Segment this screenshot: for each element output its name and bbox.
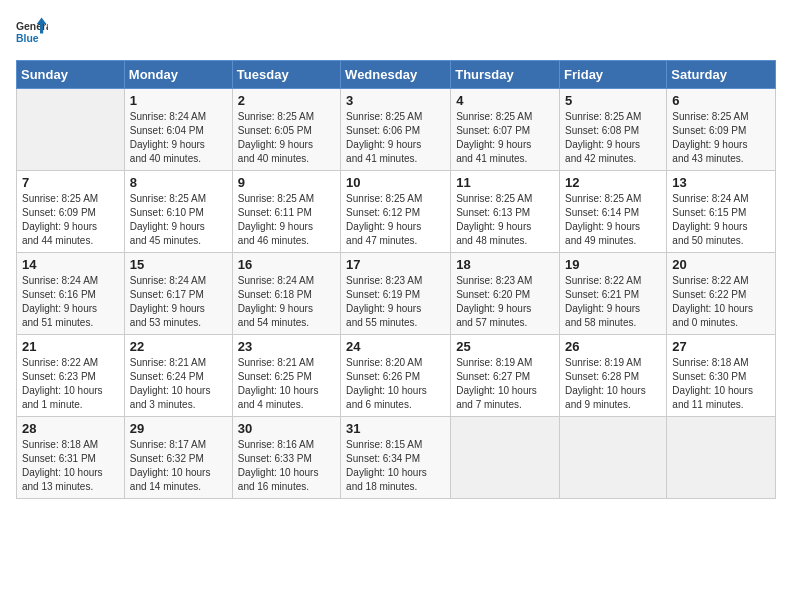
day-info: Sunrise: 8:25 AM Sunset: 6:11 PM Dayligh…: [238, 192, 335, 248]
calendar-cell: 19Sunrise: 8:22 AM Sunset: 6:21 PM Dayli…: [560, 253, 667, 335]
calendar-cell: 24Sunrise: 8:20 AM Sunset: 6:26 PM Dayli…: [341, 335, 451, 417]
day-info: Sunrise: 8:25 AM Sunset: 6:05 PM Dayligh…: [238, 110, 335, 166]
calendar-cell: 26Sunrise: 8:19 AM Sunset: 6:28 PM Dayli…: [560, 335, 667, 417]
day-number: 15: [130, 257, 227, 272]
day-info: Sunrise: 8:15 AM Sunset: 6:34 PM Dayligh…: [346, 438, 445, 494]
day-info: Sunrise: 8:19 AM Sunset: 6:28 PM Dayligh…: [565, 356, 661, 412]
day-info: Sunrise: 8:22 AM Sunset: 6:21 PM Dayligh…: [565, 274, 661, 330]
day-number: 12: [565, 175, 661, 190]
calendar-cell: [451, 417, 560, 499]
calendar-cell: 28Sunrise: 8:18 AM Sunset: 6:31 PM Dayli…: [17, 417, 125, 499]
day-info: Sunrise: 8:22 AM Sunset: 6:22 PM Dayligh…: [672, 274, 770, 330]
day-info: Sunrise: 8:18 AM Sunset: 6:30 PM Dayligh…: [672, 356, 770, 412]
day-info: Sunrise: 8:16 AM Sunset: 6:33 PM Dayligh…: [238, 438, 335, 494]
week-row-5: 28Sunrise: 8:18 AM Sunset: 6:31 PM Dayli…: [17, 417, 776, 499]
calendar-table: SundayMondayTuesdayWednesdayThursdayFrid…: [16, 60, 776, 499]
day-info: Sunrise: 8:22 AM Sunset: 6:23 PM Dayligh…: [22, 356, 119, 412]
calendar-cell: 17Sunrise: 8:23 AM Sunset: 6:19 PM Dayli…: [341, 253, 451, 335]
day-info: Sunrise: 8:25 AM Sunset: 6:10 PM Dayligh…: [130, 192, 227, 248]
day-info: Sunrise: 8:23 AM Sunset: 6:19 PM Dayligh…: [346, 274, 445, 330]
logo-icon: General Blue: [16, 16, 48, 48]
column-header-monday: Monday: [124, 61, 232, 89]
day-number: 31: [346, 421, 445, 436]
calendar-header-row: SundayMondayTuesdayWednesdayThursdayFrid…: [17, 61, 776, 89]
day-info: Sunrise: 8:19 AM Sunset: 6:27 PM Dayligh…: [456, 356, 554, 412]
calendar-cell: 9Sunrise: 8:25 AM Sunset: 6:11 PM Daylig…: [232, 171, 340, 253]
column-header-friday: Friday: [560, 61, 667, 89]
day-info: Sunrise: 8:25 AM Sunset: 6:12 PM Dayligh…: [346, 192, 445, 248]
calendar-cell: 2Sunrise: 8:25 AM Sunset: 6:05 PM Daylig…: [232, 89, 340, 171]
day-number: 4: [456, 93, 554, 108]
calendar-cell: 13Sunrise: 8:24 AM Sunset: 6:15 PM Dayli…: [667, 171, 776, 253]
week-row-1: 1Sunrise: 8:24 AM Sunset: 6:04 PM Daylig…: [17, 89, 776, 171]
column-header-sunday: Sunday: [17, 61, 125, 89]
calendar-cell: 10Sunrise: 8:25 AM Sunset: 6:12 PM Dayli…: [341, 171, 451, 253]
calendar-cell: 1Sunrise: 8:24 AM Sunset: 6:04 PM Daylig…: [124, 89, 232, 171]
day-info: Sunrise: 8:24 AM Sunset: 6:04 PM Dayligh…: [130, 110, 227, 166]
day-info: Sunrise: 8:18 AM Sunset: 6:31 PM Dayligh…: [22, 438, 119, 494]
week-row-4: 21Sunrise: 8:22 AM Sunset: 6:23 PM Dayli…: [17, 335, 776, 417]
day-number: 10: [346, 175, 445, 190]
column-header-tuesday: Tuesday: [232, 61, 340, 89]
header: General Blue: [16, 16, 776, 48]
day-info: Sunrise: 8:25 AM Sunset: 6:13 PM Dayligh…: [456, 192, 554, 248]
calendar-cell: 3Sunrise: 8:25 AM Sunset: 6:06 PM Daylig…: [341, 89, 451, 171]
calendar-cell: 5Sunrise: 8:25 AM Sunset: 6:08 PM Daylig…: [560, 89, 667, 171]
calendar-cell: 18Sunrise: 8:23 AM Sunset: 6:20 PM Dayli…: [451, 253, 560, 335]
calendar-cell: 15Sunrise: 8:24 AM Sunset: 6:17 PM Dayli…: [124, 253, 232, 335]
day-number: 24: [346, 339, 445, 354]
calendar-cell: 23Sunrise: 8:21 AM Sunset: 6:25 PM Dayli…: [232, 335, 340, 417]
day-info: Sunrise: 8:24 AM Sunset: 6:16 PM Dayligh…: [22, 274, 119, 330]
day-number: 3: [346, 93, 445, 108]
day-info: Sunrise: 8:17 AM Sunset: 6:32 PM Dayligh…: [130, 438, 227, 494]
day-number: 2: [238, 93, 335, 108]
day-number: 8: [130, 175, 227, 190]
calendar-cell: 11Sunrise: 8:25 AM Sunset: 6:13 PM Dayli…: [451, 171, 560, 253]
day-info: Sunrise: 8:21 AM Sunset: 6:24 PM Dayligh…: [130, 356, 227, 412]
day-number: 30: [238, 421, 335, 436]
day-number: 19: [565, 257, 661, 272]
day-number: 28: [22, 421, 119, 436]
calendar-cell: 8Sunrise: 8:25 AM Sunset: 6:10 PM Daylig…: [124, 171, 232, 253]
calendar-cell: 27Sunrise: 8:18 AM Sunset: 6:30 PM Dayli…: [667, 335, 776, 417]
calendar-cell: 25Sunrise: 8:19 AM Sunset: 6:27 PM Dayli…: [451, 335, 560, 417]
day-info: Sunrise: 8:24 AM Sunset: 6:15 PM Dayligh…: [672, 192, 770, 248]
day-number: 14: [22, 257, 119, 272]
week-row-3: 14Sunrise: 8:24 AM Sunset: 6:16 PM Dayli…: [17, 253, 776, 335]
day-number: 22: [130, 339, 227, 354]
calendar-cell: 31Sunrise: 8:15 AM Sunset: 6:34 PM Dayli…: [341, 417, 451, 499]
day-number: 26: [565, 339, 661, 354]
day-number: 18: [456, 257, 554, 272]
day-info: Sunrise: 8:25 AM Sunset: 6:09 PM Dayligh…: [672, 110, 770, 166]
calendar-cell: 7Sunrise: 8:25 AM Sunset: 6:09 PM Daylig…: [17, 171, 125, 253]
day-number: 23: [238, 339, 335, 354]
column-header-wednesday: Wednesday: [341, 61, 451, 89]
svg-text:Blue: Blue: [16, 33, 39, 44]
day-info: Sunrise: 8:21 AM Sunset: 6:25 PM Dayligh…: [238, 356, 335, 412]
day-info: Sunrise: 8:24 AM Sunset: 6:17 PM Dayligh…: [130, 274, 227, 330]
day-info: Sunrise: 8:25 AM Sunset: 6:08 PM Dayligh…: [565, 110, 661, 166]
calendar-cell: 4Sunrise: 8:25 AM Sunset: 6:07 PM Daylig…: [451, 89, 560, 171]
day-number: 20: [672, 257, 770, 272]
calendar-cell: 21Sunrise: 8:22 AM Sunset: 6:23 PM Dayli…: [17, 335, 125, 417]
calendar-cell: 16Sunrise: 8:24 AM Sunset: 6:18 PM Dayli…: [232, 253, 340, 335]
day-number: 17: [346, 257, 445, 272]
column-header-thursday: Thursday: [451, 61, 560, 89]
calendar-cell: 22Sunrise: 8:21 AM Sunset: 6:24 PM Dayli…: [124, 335, 232, 417]
calendar-cell: [667, 417, 776, 499]
column-header-saturday: Saturday: [667, 61, 776, 89]
day-number: 7: [22, 175, 119, 190]
calendar-cell: [560, 417, 667, 499]
week-row-2: 7Sunrise: 8:25 AM Sunset: 6:09 PM Daylig…: [17, 171, 776, 253]
day-number: 25: [456, 339, 554, 354]
day-info: Sunrise: 8:20 AM Sunset: 6:26 PM Dayligh…: [346, 356, 445, 412]
day-info: Sunrise: 8:25 AM Sunset: 6:09 PM Dayligh…: [22, 192, 119, 248]
day-number: 9: [238, 175, 335, 190]
calendar-cell: 14Sunrise: 8:24 AM Sunset: 6:16 PM Dayli…: [17, 253, 125, 335]
day-number: 6: [672, 93, 770, 108]
calendar-cell: 20Sunrise: 8:22 AM Sunset: 6:22 PM Dayli…: [667, 253, 776, 335]
day-info: Sunrise: 8:25 AM Sunset: 6:14 PM Dayligh…: [565, 192, 661, 248]
day-info: Sunrise: 8:25 AM Sunset: 6:07 PM Dayligh…: [456, 110, 554, 166]
calendar-cell: 12Sunrise: 8:25 AM Sunset: 6:14 PM Dayli…: [560, 171, 667, 253]
day-info: Sunrise: 8:24 AM Sunset: 6:18 PM Dayligh…: [238, 274, 335, 330]
